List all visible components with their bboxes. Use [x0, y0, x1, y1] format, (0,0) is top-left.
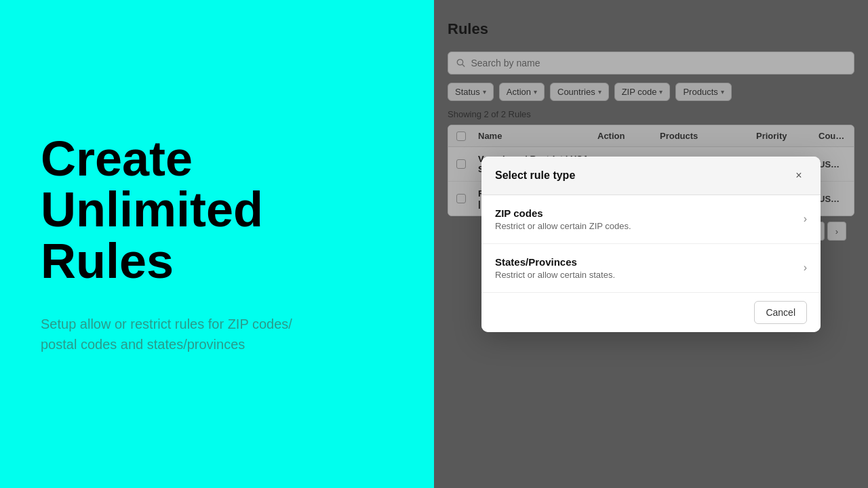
option-zip-title: ZIP codes [495, 207, 631, 219]
subtext: Setup allow or restrict rules for ZIP co… [41, 314, 298, 354]
option-states-desc: Restrict or allow certain states. [495, 270, 615, 280]
modal-body: ZIP codes Restrict or allow certain ZIP … [481, 195, 821, 292]
modal-close-button[interactable]: × [791, 167, 807, 184]
modal-dialog: Select rule type × ZIP codes Restrict or… [481, 157, 821, 332]
modal-option-states-provinces[interactable]: States/Provinces Restrict or allow certa… [481, 244, 821, 292]
headline: Create Unlimited Rules [41, 134, 393, 287]
option-states-title: States/Provinces [495, 256, 615, 268]
modal-option-zip-codes[interactable]: ZIP codes Restrict or allow certain ZIP … [481, 195, 821, 244]
modal-title: Select rule type [495, 169, 575, 182]
modal-overlay: Select rule type × ZIP codes Restrict or… [434, 0, 868, 488]
chevron-right-icon: › [804, 262, 807, 274]
modal-header: Select rule type × [481, 157, 821, 195]
modal-footer: Cancel [481, 292, 821, 332]
option-zip-desc: Restrict or allow certain ZIP codes. [495, 221, 631, 231]
chevron-right-icon: › [804, 213, 807, 225]
left-panel: Create Unlimited Rules Setup allow or re… [0, 0, 434, 488]
right-panel: Rules Status ▾ Action ▾ Countries ▾ [434, 0, 868, 488]
cancel-button[interactable]: Cancel [754, 301, 807, 324]
